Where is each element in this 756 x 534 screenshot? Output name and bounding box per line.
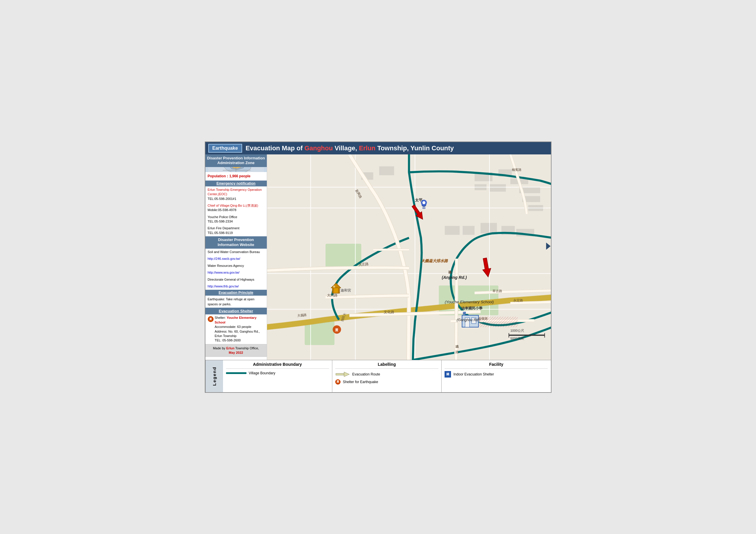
svg-rect-84	[336, 373, 344, 375]
link2[interactable]: http://www.wra.gov.tw/	[205, 269, 267, 276]
link1[interactable]: http://246.swcb.gov.tw/	[205, 255, 267, 262]
svg-text:文化路: 文化路	[384, 310, 394, 314]
evac-route-label: Evacuation Route	[352, 372, 380, 376]
police-info: Youche Police Office TEL:05-598-2334	[205, 214, 267, 225]
svg-text:油車國民小學: 油車國民小學	[461, 306, 482, 310]
svg-rect-27	[463, 226, 474, 235]
legend-label: Legend	[205, 360, 223, 392]
indoor-evac-icon: 國	[445, 371, 451, 377]
svg-rect-17	[379, 166, 394, 175]
svg-text:楠賓路: 楠賓路	[512, 167, 522, 171]
sidebar: Disaster Prevention Information Administ…	[205, 154, 267, 360]
svg-rect-71	[509, 334, 545, 336]
emergency-title: Emergency notification	[205, 181, 267, 187]
svg-text:國: 國	[463, 311, 466, 315]
main-container: Earthquake Evacuation Map of Ganghou Vil…	[205, 141, 552, 393]
admin-boundary-title: Administrative Boundary	[226, 362, 329, 369]
org2: Water Resources Agency	[205, 263, 267, 269]
legend-container: Legend Administrative Boundary Village B…	[205, 360, 551, 392]
svg-point-42	[422, 207, 425, 209]
svg-rect-22	[489, 184, 506, 191]
info-site-title: Disaster Prevention Information Website	[205, 236, 267, 249]
header-title: Evacuation Map of Ganghou Village, Erlun…	[246, 144, 454, 152]
evac-route-arrow	[335, 371, 350, 377]
svg-text:永定路: 永定路	[513, 298, 523, 302]
svg-rect-83	[479, 317, 518, 327]
village-boundary-line	[226, 372, 247, 374]
svg-text:1000公尺: 1000公尺	[510, 328, 524, 332]
svg-point-44	[422, 201, 425, 204]
evac-shelter-title: Evacuation Shelter	[205, 308, 267, 315]
svg-text:(Anping Rd.): (Anping Rd.)	[442, 275, 467, 280]
labelling-section: Labelling Evacuation Route 震 Shelter for…	[332, 360, 442, 392]
made-by: Made by Erlun Township Office, May 2022	[205, 344, 267, 357]
evac-route-item: Evacuation Route	[335, 371, 438, 377]
svg-text:(Youche Elementary School): (Youche Elementary School)	[445, 300, 494, 304]
population-text: Population：1,966 people	[205, 172, 267, 181]
village-boundary-item: Village Boundary	[226, 371, 329, 375]
svg-marker-85	[344, 372, 349, 377]
org1: Soil and Water Conservation Bureau	[205, 249, 267, 255]
link3[interactable]: http://www.thb.gov.tw/	[205, 283, 267, 290]
svg-text:太平: 太平	[415, 198, 423, 202]
svg-text:5000英呎: 5000英呎	[510, 337, 524, 340]
header: Earthquake Evacuation Map of Ganghou Vil…	[205, 142, 551, 154]
shelter-eq-item: 震 Shelter for Earthquake	[335, 379, 438, 385]
shelter-eq-label: Shelter for Earthquake	[343, 380, 378, 384]
facility-section: Facility 國 Indoor Evacuation Shelter	[442, 360, 551, 392]
evac-principle-text: Earthquake: Take refuge at open spaces o…	[205, 295, 267, 308]
earthquake-badge: Earthquake	[208, 144, 242, 153]
svg-rect-28	[480, 223, 497, 233]
org3: Directorate General of Highways	[205, 276, 267, 283]
map-area: 國 廟 大義崙大排水路 大庄路 大同路 文化路 楠賓路 草古路 永定路 太平	[267, 154, 551, 360]
svg-text:震: 震	[335, 328, 338, 331]
svg-text:廟: 廟	[333, 285, 335, 288]
svg-text:大同路: 大同路	[327, 293, 338, 297]
admin-boundary-section: Administrative Boundary Village Boundary	[223, 360, 332, 392]
facility-title: Facility	[445, 362, 548, 369]
shelter-text-block: Shelter: Youche Elementary School Accomm…	[215, 316, 264, 343]
eoc-info: Erlun Township Emergency Operation Cente…	[205, 187, 267, 202]
fire-info: Erlun Fire Department TEL:05-598-9119	[205, 225, 267, 236]
svg-text:(Ganghou Rd.): (Ganghou Rd.)	[457, 318, 480, 322]
indoor-evac-item: 國 Indoor Evacuation Shelter	[445, 371, 548, 377]
shelter-eq-icon: 震	[335, 379, 340, 385]
indoor-evac-label: Indoor Evacuation Shelter	[453, 372, 494, 376]
body-layout: Disaster Prevention Information Administ…	[205, 154, 551, 360]
chief-info: Chief of Village:Qing-Bo Li,(李清波) Mobile…	[205, 202, 267, 214]
svg-rect-26	[445, 226, 460, 235]
shelter-earthquake-icon: 震	[208, 316, 214, 322]
admin-zone-title: Disaster Prevention Information Administ…	[205, 154, 267, 167]
svg-text:迪和宮: 迪和宮	[340, 288, 351, 292]
svg-text:草古路: 草古路	[493, 289, 502, 292]
inset-map: 港後 崙背 水林 褒忠 二崙	[205, 167, 267, 172]
village-boundary-label: Village Boundary	[249, 371, 276, 375]
labelling-title: Labelling	[335, 362, 438, 369]
shelter-info: 震 Shelter: Youche Elementary School Acco…	[205, 315, 267, 344]
evac-principle-title: Evacuation Principle	[205, 290, 267, 295]
svg-text:大義崙大排水路: 大義崙大排水路	[420, 259, 448, 263]
svg-rect-52	[334, 288, 338, 293]
